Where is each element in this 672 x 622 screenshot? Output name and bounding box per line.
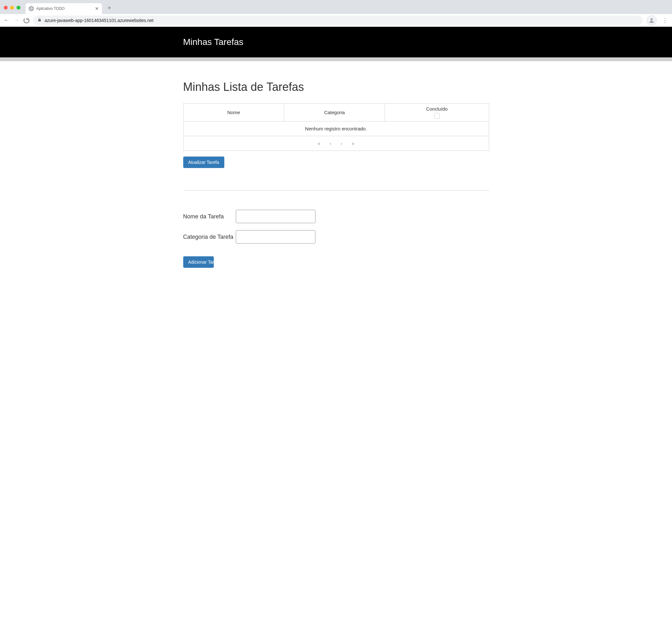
new-tab-button[interactable]: + xyxy=(105,5,114,14)
window-minimize[interactable] xyxy=(10,6,14,9)
window-controls xyxy=(3,6,23,14)
column-header-category[interactable]: Categoria xyxy=(284,104,384,122)
task-category-row: Categoria de Tarefa xyxy=(183,230,489,244)
app-header: Minhas Tarefas xyxy=(0,27,672,57)
empty-message: Nenhum registro encontrado. xyxy=(183,122,489,136)
page-title: Minhas Lista de Tarefas xyxy=(183,80,489,94)
reload-button[interactable] xyxy=(24,18,29,23)
address-bar[interactable]: azure-javaweb-app-1601463451101.azureweb… xyxy=(33,15,643,25)
url-text: azure-javaweb-app-1601463451101.azureweb… xyxy=(45,18,154,23)
column-header-name[interactable]: Nome xyxy=(183,104,284,122)
task-category-input[interactable] xyxy=(236,230,315,244)
forward-button[interactable]: → xyxy=(13,17,20,24)
paginator-row: « ‹ › » xyxy=(183,136,489,151)
close-tab-icon[interactable]: ✕ xyxy=(95,6,99,11)
header-divider xyxy=(0,57,672,61)
lock-icon xyxy=(38,18,41,23)
task-name-input[interactable] xyxy=(236,210,315,223)
tasks-table: Nome Categoria Concluído Nenhum registro… xyxy=(183,103,489,151)
window-maximize[interactable] xyxy=(16,6,21,9)
last-page-icon[interactable]: » xyxy=(352,141,354,146)
profile-button[interactable] xyxy=(646,15,657,26)
svg-point-1 xyxy=(651,18,653,21)
task-name-label: Nome da Tarefa xyxy=(183,213,236,220)
column-header-complete: Concluído xyxy=(385,104,489,122)
next-page-icon[interactable]: › xyxy=(341,141,342,146)
browser-toolbar: ← → azure-javaweb-app-1601463451101.azur… xyxy=(0,14,672,27)
back-button[interactable]: ← xyxy=(3,17,9,24)
column-header-complete-label: Concluído xyxy=(426,106,448,112)
update-task-button[interactable]: Atualizar Tarefa xyxy=(183,157,224,168)
task-name-row: Nome da Tarefa xyxy=(183,210,489,223)
globe-icon xyxy=(29,6,34,11)
browser-tab-strip: Aplicativo TODO ✕ + xyxy=(0,0,672,14)
select-all-checkbox[interactable] xyxy=(434,113,440,118)
add-task-button[interactable]: Adicionar Tarefa xyxy=(183,256,214,268)
app-header-title: Minhas Tarefas xyxy=(177,37,495,47)
empty-row: Nenhum registro encontrado. xyxy=(183,122,489,136)
browser-tab[interactable]: Aplicativo TODO ✕ xyxy=(26,3,102,14)
main-content: Minhas Lista de Tarefas Nome Categoria C… xyxy=(177,61,495,274)
first-page-icon[interactable]: « xyxy=(318,141,320,146)
window-close[interactable] xyxy=(4,6,8,9)
prev-page-icon[interactable]: ‹ xyxy=(330,141,331,146)
task-category-label: Categoria de Tarefa xyxy=(183,234,236,240)
browser-menu-button[interactable]: ⋮ xyxy=(661,17,669,24)
tab-title: Aplicativo TODO xyxy=(36,6,65,11)
section-divider xyxy=(183,190,489,191)
